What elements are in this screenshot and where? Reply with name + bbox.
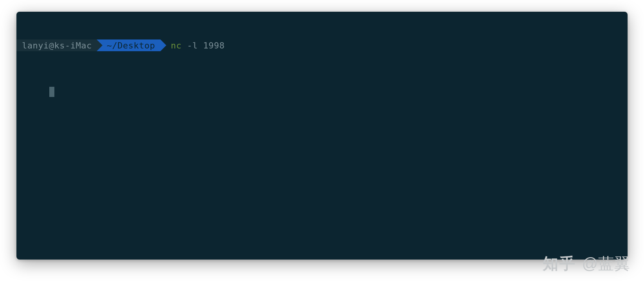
cursor-line (16, 75, 628, 112)
command-name: nc (171, 40, 182, 52)
cursor-block-icon (49, 87, 54, 97)
prompt-user-host: lanyi@ks-iMac (16, 39, 97, 51)
prompt-line: lanyi@ks-iMac ~/Desktop nc -l 1998 (16, 39, 628, 51)
terminal-window[interactable]: lanyi@ks-iMac ~/Desktop nc -l 1998 (16, 12, 628, 260)
terminal-content[interactable]: lanyi@ks-iMac ~/Desktop nc -l 1998 (16, 12, 628, 135)
watermark-author: @蓝翼 (582, 253, 630, 274)
prompt-path: ~/Desktop (97, 39, 161, 51)
watermark: 知乎 @蓝翼 (543, 253, 630, 274)
command-args: -l 1998 (187, 40, 225, 52)
command: nc -l 1998 (171, 40, 225, 52)
zhihu-logo: 知乎 (543, 253, 576, 274)
